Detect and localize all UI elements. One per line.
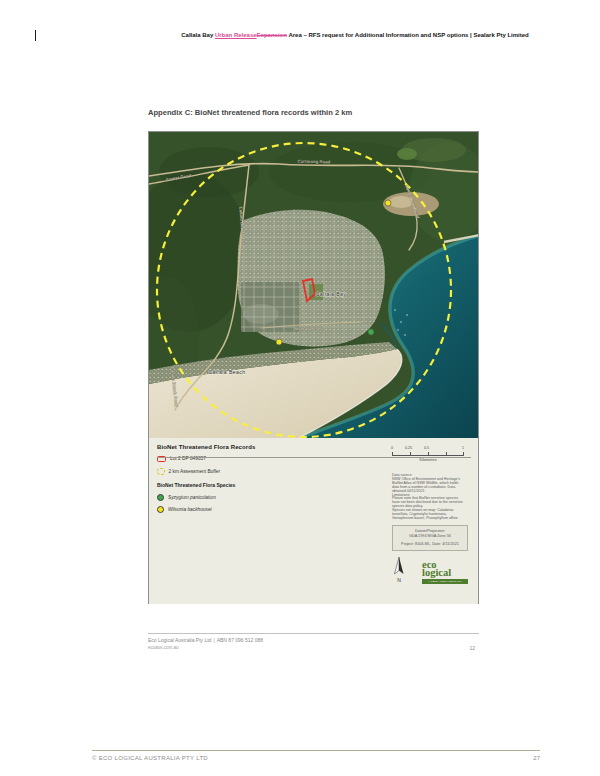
legend: BioNet Threatened Flora Records Lot 2 DP… <box>157 444 382 513</box>
bottom-footer-divider <box>92 750 540 751</box>
legend-item-label: 2 km Assessment Buffer <box>169 469 221 474</box>
road-label-currarong-road: Currarong Road <box>298 159 331 165</box>
map-marginalia: 0 0.25 0.5 1 Kilometres Data source: NSW… <box>392 444 472 584</box>
scale-tick <box>392 452 393 456</box>
legend-title: BioNet Threatened Flora Records <box>157 444 382 450</box>
legend-item-label: Syzygium paniculatum <box>168 495 216 500</box>
scale-tick <box>428 452 429 456</box>
scale-unit-label: Kilometres <box>392 458 464 462</box>
scale-tick-label: 0.5 <box>424 446 429 450</box>
appendix-title: Appendix C: BioNet threatened flora reco… <box>148 108 352 117</box>
map-legend-panel: BioNet Threatened Flora Records Lot 2 DP… <box>149 438 478 604</box>
species-heading: BioNet Threatened Flora Species <box>157 482 382 488</box>
footer-separator: | <box>213 637 214 643</box>
flora-marker-wilsonia-south <box>276 339 282 345</box>
flora-marker-syzygium <box>368 329 374 335</box>
eco-logical-logo: eco logical A TETRA TECH COMPANY <box>422 561 468 584</box>
document-page: Callala Bay Urban ReleaseExpansion Area … <box>0 0 600 776</box>
logo-tagline: A TETRA TECH COMPANY <box>422 579 468 584</box>
header-inserted-text: Urban Release <box>215 32 257 38</box>
map-credits: N eco logical A TETRA TECH COMPANY <box>392 556 468 584</box>
satellite-map: Forest Road Currarong Road Callala Beach… <box>149 132 478 438</box>
header-suffix: Area – RFS request for Additional Inform… <box>287 32 529 38</box>
project-line: Project: 8104-ML, Date: 4/11/2021 <box>395 542 465 547</box>
map-artwork: Forest Road Currarong Road Callala Beach… <box>149 132 478 438</box>
tracked-change-margin-bar <box>35 30 36 41</box>
legend-item-syzygium: Syzygium paniculatum <box>157 494 382 501</box>
legend-item-buffer: 2 km Assessment Buffer <box>157 468 382 476</box>
scale-tick-label: 0.25 <box>405 446 412 450</box>
header-prefix: Callala Bay <box>181 32 215 38</box>
north-arrow-icon: N <box>392 556 406 584</box>
legend-item-label: Wilsonia backhousei <box>168 507 212 512</box>
north-label: N <box>397 577 401 583</box>
road-label-murray-street: Murray Street <box>295 325 324 331</box>
datum-value: GDA 1994 MGA Zone 56 <box>395 534 465 539</box>
wilsonia-marker-icon <box>157 506 164 513</box>
note-line: Genoplesium baueri, Prasophyllum affine <box>392 517 472 521</box>
scale-tick <box>410 452 411 456</box>
footer-company: Eco Logical Australia Pty Ltd <box>148 637 211 643</box>
buffer-swatch-icon <box>157 468 165 476</box>
scale-bar: 0 0.25 0.5 1 Kilometres <box>392 444 464 468</box>
inner-footer-company-line: Eco Logical Australia Pty Ltd|ABN 87 096… <box>148 637 263 643</box>
document-page-number: 12 <box>148 645 475 651</box>
legend-item-wilsonia: Wilsonia backhousei <box>157 506 382 513</box>
footer-abn: ABN 87 096 512 088 <box>217 637 263 643</box>
flora-marker-wilsonia-north <box>385 200 391 206</box>
map-figure: Forest Road Currarong Road Callala Beach… <box>148 131 479 604</box>
map-notes: Data source: NSW Office of Environment a… <box>392 474 472 521</box>
place-label-callala-bay: Callala Bay <box>316 291 347 297</box>
scale-tick-label: 0 <box>391 446 393 450</box>
header-deleted-text: Expansion <box>257 32 287 38</box>
datum-projection-box: Datum/Projection: GDA 1994 MGA Zone 56 P… <box>392 525 468 551</box>
syzygium-marker-icon <box>157 494 164 501</box>
running-header: Callala Bay Urban ReleaseExpansion Area … <box>155 31 555 39</box>
scale-tick <box>446 452 447 456</box>
scale-tick-label: 1 <box>462 446 464 450</box>
place-label-callala-beach: Callala Beach <box>208 369 245 375</box>
scale-tick <box>463 452 464 456</box>
logo-word-logical: logical <box>422 569 468 577</box>
pdf-page-number: 27 <box>92 755 540 761</box>
inner-footer-divider <box>148 633 479 634</box>
